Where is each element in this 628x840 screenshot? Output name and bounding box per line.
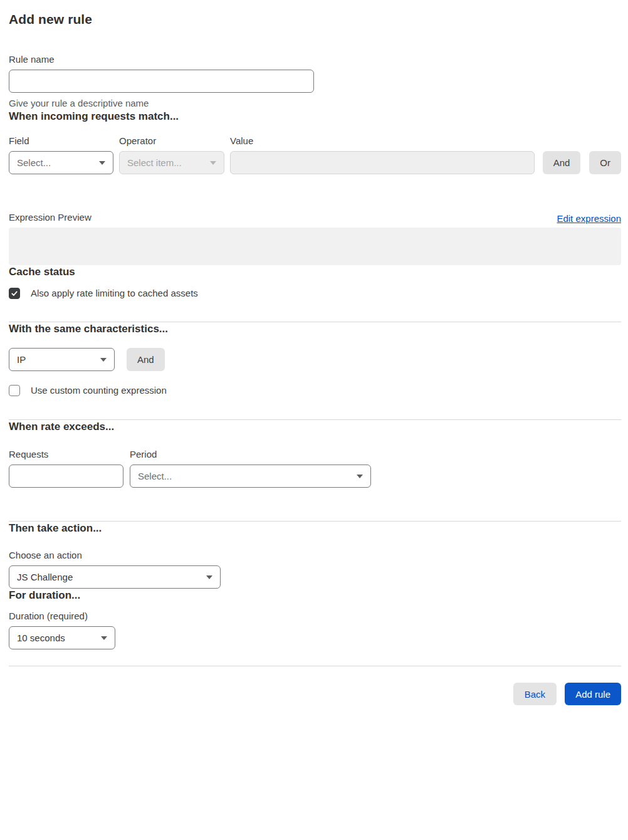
duration-select-value: 10 seconds <box>17 633 65 643</box>
period-select[interactable]: Select... <box>130 465 371 488</box>
chevron-down-icon <box>99 161 105 165</box>
operator-label: Operator <box>119 135 224 147</box>
characteristics-heading: With the same characteristics... <box>9 322 621 336</box>
period-group: Period Select... <box>130 448 371 488</box>
expression-preview-box <box>9 228 621 265</box>
expression-preview-header: Expression Preview Edit expression <box>9 211 621 224</box>
rate-row: Requests Period Select... <box>9 448 621 488</box>
choose-action-label: Choose an action <box>9 549 621 562</box>
rule-name-label: Rule name <box>9 53 621 66</box>
operator-select-value: Select item... <box>127 157 182 168</box>
footer-actions: Back Add rule <box>9 683 621 705</box>
value-input <box>230 151 535 174</box>
custom-counting-checkbox-label: Use custom counting expression <box>31 384 167 397</box>
action-section-heading: Then take action... <box>9 522 621 535</box>
cache-status-heading: Cache status <box>9 265 621 279</box>
cached-assets-checkbox[interactable] <box>9 288 20 299</box>
back-button[interactable]: Back <box>513 683 557 705</box>
chevron-down-icon <box>101 636 107 640</box>
and-button[interactable]: And <box>543 151 581 174</box>
characteristics-and-button[interactable]: And <box>127 348 165 371</box>
match-section-heading: When incoming requests match... <box>9 110 621 123</box>
chevron-down-icon <box>100 358 107 362</box>
chevron-down-icon <box>206 575 212 579</box>
characteristic-select-value: IP <box>17 354 26 365</box>
requests-group: Requests <box>9 448 123 488</box>
duration-section-heading: For duration... <box>9 589 621 602</box>
requests-input[interactable] <box>9 465 123 488</box>
edit-expression-link[interactable]: Edit expression <box>557 213 621 224</box>
checkmark-icon <box>11 290 18 297</box>
duration-label: Duration (required) <box>9 610 621 622</box>
action-select[interactable]: JS Challenge <box>9 565 221 589</box>
field-select-value: Select... <box>17 157 51 168</box>
custom-counting-checkbox[interactable] <box>9 385 20 396</box>
period-label: Period <box>130 448 371 461</box>
add-rule-form: Add new rule Rule name Give your rule a … <box>0 0 628 713</box>
chevron-down-icon <box>210 161 216 165</box>
rate-section-heading: When rate exceeds... <box>9 420 621 434</box>
rule-name-helper: Give your rule a descriptive name <box>9 97 621 110</box>
action-select-value: JS Challenge <box>17 572 73 582</box>
duration-select[interactable]: 10 seconds <box>9 626 115 649</box>
rule-name-group: Rule name Give your rule a descriptive n… <box>9 53 621 110</box>
operator-select: Select item... <box>119 151 224 174</box>
characteristics-row: IP And <box>9 348 621 371</box>
value-group: Value <box>230 135 535 174</box>
period-select-value: Select... <box>138 471 172 481</box>
expression-preview-label: Expression Preview <box>9 211 92 224</box>
cache-status-checkbox-row: Also apply rate limiting to cached asset… <box>9 287 621 300</box>
add-rule-button[interactable]: Add rule <box>565 683 621 705</box>
footer-divider <box>9 666 621 666</box>
or-button[interactable]: Or <box>589 151 621 174</box>
operator-group: Operator Select item... <box>119 135 224 174</box>
requests-label: Requests <box>9 448 123 461</box>
counting-expression-row: Use custom counting expression <box>9 384 621 397</box>
match-expression-row: Field Select... Operator Select item... … <box>9 135 621 174</box>
chevron-down-icon <box>357 475 363 478</box>
rule-name-input[interactable] <box>9 70 314 93</box>
characteristic-select[interactable]: IP <box>9 348 115 371</box>
page-title: Add new rule <box>9 11 621 27</box>
cached-assets-checkbox-label: Also apply rate limiting to cached asset… <box>31 287 198 300</box>
field-group: Field Select... <box>9 135 113 174</box>
value-label: Value <box>230 135 535 147</box>
field-label: Field <box>9 135 113 147</box>
field-select[interactable]: Select... <box>9 151 113 174</box>
